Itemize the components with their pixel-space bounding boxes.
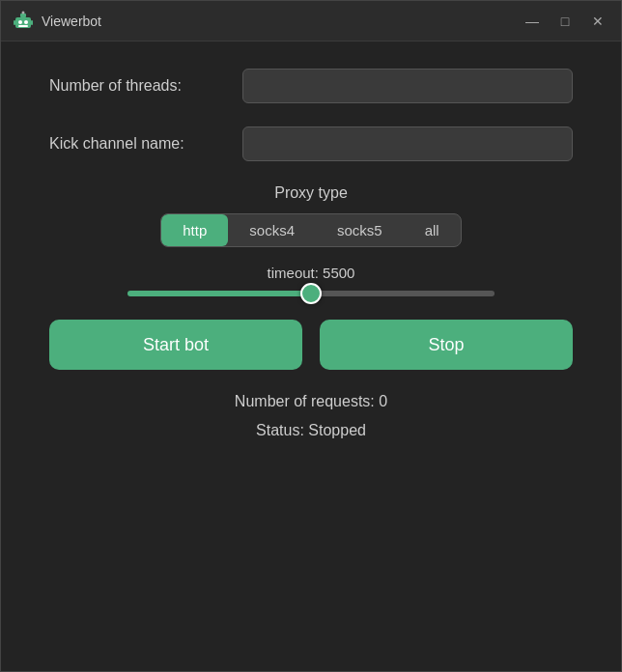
channel-label: Kick channel name: — [49, 135, 242, 153]
buttons-row: Start bot Stop — [49, 320, 573, 370]
app-icon — [13, 11, 34, 32]
requests-count: Number of requests: 0 — [235, 393, 387, 410]
proxy-label: Proxy type — [274, 184, 348, 202]
svg-rect-7 — [14, 20, 15, 25]
main-window: Viewerbot — □ ✕ Number of threads: Kick … — [0, 0, 622, 672]
threads-label: Number of threads: — [49, 77, 242, 95]
channel-row: Kick channel name: — [49, 126, 573, 161]
close-button[interactable]: ✕ — [586, 10, 609, 33]
svg-point-2 — [18, 20, 22, 24]
svg-rect-4 — [18, 25, 28, 27]
timeout-slider[interactable] — [127, 291, 495, 296]
threads-input[interactable] — [242, 69, 573, 103]
start-bot-button[interactable]: Start bot — [49, 320, 302, 370]
proxy-options-group: http socks4 socks5 all — [160, 213, 461, 247]
proxy-option-socks4[interactable]: socks4 — [228, 214, 316, 246]
status-section: Number of requests: 0 Status: Stopped — [49, 393, 573, 439]
stop-button[interactable]: Stop — [320, 320, 573, 370]
window-controls: — □ ✕ — [521, 10, 609, 33]
status-text: Status: Stopped — [256, 422, 366, 439]
slider-container — [49, 291, 573, 296]
title-bar: Viewerbot — □ ✕ — [1, 1, 621, 42]
svg-point-6 — [22, 11, 25, 14]
content-area: Number of threads: Kick channel name: Pr… — [1, 42, 621, 671]
svg-rect-8 — [31, 20, 33, 25]
proxy-option-http[interactable]: http — [161, 214, 228, 246]
channel-input[interactable] — [242, 126, 573, 161]
proxy-option-all[interactable]: all — [404, 214, 461, 246]
svg-point-3 — [24, 20, 28, 24]
proxy-option-socks5[interactable]: socks5 — [316, 214, 404, 246]
timeout-section: timeout: 5500 — [49, 265, 573, 296]
window-title: Viewerbot — [42, 14, 521, 29]
threads-row: Number of threads: — [49, 69, 573, 103]
minimize-button[interactable]: — — [521, 10, 544, 33]
timeout-label: timeout: 5500 — [268, 265, 355, 281]
proxy-section: Proxy type http socks4 socks5 all — [49, 184, 573, 247]
maximize-button[interactable]: □ — [553, 10, 577, 33]
